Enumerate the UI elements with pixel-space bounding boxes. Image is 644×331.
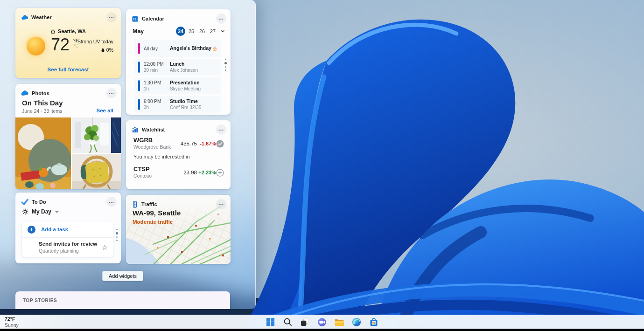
calendar-date-25[interactable]: 25	[187, 27, 196, 36]
event-duration: 30 min	[144, 67, 168, 73]
task-view-icon	[301, 317, 309, 326]
photos-widget[interactable]: Photos ••• On This Day June 24 · 33 item…	[15, 84, 121, 189]
search-button[interactable]	[282, 317, 293, 328]
see-all-link[interactable]: See all	[97, 108, 113, 113]
task-subtitle: Quarterly planning	[39, 248, 97, 255]
calendar-widget[interactable]: Calendar ••• May 24 25 26 27 All day Ang…	[126, 9, 231, 115]
watchlist-chart-icon	[132, 126, 139, 133]
file-explorer-icon	[335, 317, 344, 327]
taskbar-app-icons	[265, 315, 379, 329]
calendar-event-row[interactable]: 6:00 PM3h Studio TimeConf Rm 32/35	[134, 96, 221, 113]
edge-icon	[352, 317, 361, 327]
weather-cloud-icon	[21, 14, 28, 21]
event-color-bar	[138, 62, 140, 73]
see-full-forecast-link[interactable]: See full forecast	[15, 67, 121, 72]
todo-list-name: My Day	[32, 208, 51, 215]
weather-location-row: Seattle, WA	[15, 28, 121, 34]
event-subtitle: Alex Johnson	[170, 67, 198, 73]
todo-menu-button[interactable]: •••	[106, 197, 117, 207]
weather-widget[interactable]: Weather ••• Seattle, WA 72 °F °C Strong …	[15, 8, 121, 78]
file-explorer-button[interactable]	[334, 317, 345, 328]
event-title: Lunch	[170, 61, 198, 67]
event-color-bar	[138, 43, 140, 54]
photos-cloud-icon	[21, 90, 28, 96]
task-view-button[interactable]	[299, 317, 310, 328]
birthday-cake-icon: 🎂	[212, 46, 217, 51]
store-button[interactable]	[368, 317, 379, 328]
chat-icon	[317, 317, 327, 327]
todo-scroll-indicator[interactable]	[116, 229, 118, 241]
droplet-icon	[101, 48, 105, 53]
task-title: Send invites for review	[39, 241, 97, 248]
calendar-date-27[interactable]: 27	[208, 27, 217, 36]
calendar-event-row[interactable]: 12:00 PM30 min LunchAlex Johnson	[134, 59, 221, 76]
event-subtitle: Skype Meeting	[170, 86, 201, 92]
weather-precipitation: 0%	[77, 47, 113, 53]
add-task-label: Add a task	[41, 227, 68, 232]
event-subtitle: Conf Rm 32/35	[170, 104, 201, 110]
watchlist-widget[interactable]: Watchlist ••• WGRB Woodgrove Bank 435.75…	[126, 120, 231, 189]
edge-button[interactable]	[351, 317, 362, 328]
watchlist-menu-button[interactable]: •••	[216, 124, 226, 135]
photos-subheading: June 24 · 33 items	[22, 108, 62, 114]
stock-row-ctsp[interactable]: CTSP Contoso 23.98 +2.23%	[133, 165, 224, 180]
task-star-icon[interactable]: ☆	[102, 243, 108, 252]
event-time: 1:30 PM	[144, 80, 168, 86]
photo-thumbnail-still-life[interactable]	[15, 117, 71, 189]
photo-thumbnail-plant[interactable]	[72, 117, 121, 153]
start-button[interactable]	[265, 317, 276, 328]
event-title: Angela's Birthday🎂	[170, 45, 217, 52]
stock-ticker: CTSP	[133, 166, 178, 172]
screen-bottom-bezel	[0, 329, 644, 331]
add-task-row[interactable]: + Add a task	[22, 221, 113, 238]
add-task-plus-icon: +	[28, 226, 35, 234]
traffic-menu-button[interactable]: •••	[216, 199, 226, 209]
stock-add-plus-icon[interactable]	[216, 169, 224, 177]
photos-collage	[15, 117, 121, 189]
stock-price: 23.98	[178, 170, 197, 175]
todo-check-icon	[21, 199, 28, 205]
traffic-widget[interactable]: Traffic ••• WA-99, Seattle Moderate traf…	[126, 195, 231, 264]
task-row[interactable]: Send invites for review Quarterly planni…	[22, 238, 113, 257]
home-icon	[50, 29, 56, 34]
watchlist-title: Watchlist	[142, 127, 165, 132]
photos-menu-button[interactable]: •••	[106, 88, 117, 98]
search-icon	[283, 317, 292, 326]
add-widgets-button[interactable]: Add widgets	[102, 271, 143, 281]
taskbar-weather-temp: 72°F	[5, 316, 75, 322]
event-color-bar	[138, 99, 140, 110]
traffic-light-icon	[132, 201, 138, 208]
calendar-expand-chevron-icon[interactable]	[220, 29, 225, 34]
calendar-events-list: All day Angela's Birthday🎂 12:00 PM30 mi…	[134, 40, 221, 115]
calendar-title: Calendar	[142, 16, 164, 21]
stock-added-check-icon[interactable]	[216, 140, 224, 148]
event-title: Presentation	[170, 80, 201, 86]
taskbar: 72°F Sunny	[0, 315, 644, 329]
traffic-status: Moderate traffic	[133, 219, 173, 225]
event-duration: 1h	[144, 86, 168, 92]
top-stories-section[interactable]: TOP STORIES	[15, 291, 230, 309]
calendar-menu-button[interactable]: •••	[216, 14, 226, 24]
taskbar-widgets-button[interactable]: 72°F Sunny	[0, 315, 75, 329]
watchlist-suggestion-label: You may be interested in	[133, 154, 190, 159]
todo-list-selector[interactable]: My Day	[22, 208, 59, 215]
traffic-route: WA-99, Seattle	[133, 209, 181, 217]
weather-location: Seattle, WA	[58, 28, 86, 34]
photos-heading: On This Day	[22, 99, 63, 107]
calendar-event-row[interactable]: All day Angela's Birthday🎂	[134, 40, 221, 57]
todo-task-list: + Add a task Send invites for review Qua…	[22, 221, 113, 257]
event-time: All day	[144, 46, 168, 52]
calendar-date-26[interactable]: 26	[197, 27, 207, 36]
widgets-panel: Weather ••• Seattle, WA 72 °F °C Strong …	[0, 0, 256, 309]
chat-button[interactable]	[316, 317, 328, 328]
calendar-scroll-indicator[interactable]	[224, 59, 227, 71]
calendar-date-24[interactable]: 24	[176, 27, 185, 36]
taskbar-weather-condition: Sunny	[5, 322, 75, 328]
stock-row-wgrb[interactable]: WGRB Woodgrove Bank 435.75 -1.67%	[133, 136, 224, 151]
my-day-sun-icon	[22, 208, 28, 215]
calendar-event-row[interactable]: 1:30 PM1h PresentationSkype Meeting	[134, 77, 221, 94]
weather-title: Weather	[31, 14, 52, 20]
photo-thumbnail-chair[interactable]	[72, 154, 121, 189]
todo-widget[interactable]: To Do ••• My Day + Add a task Send invit…	[15, 193, 121, 263]
weather-menu-button[interactable]: •••	[106, 12, 117, 22]
